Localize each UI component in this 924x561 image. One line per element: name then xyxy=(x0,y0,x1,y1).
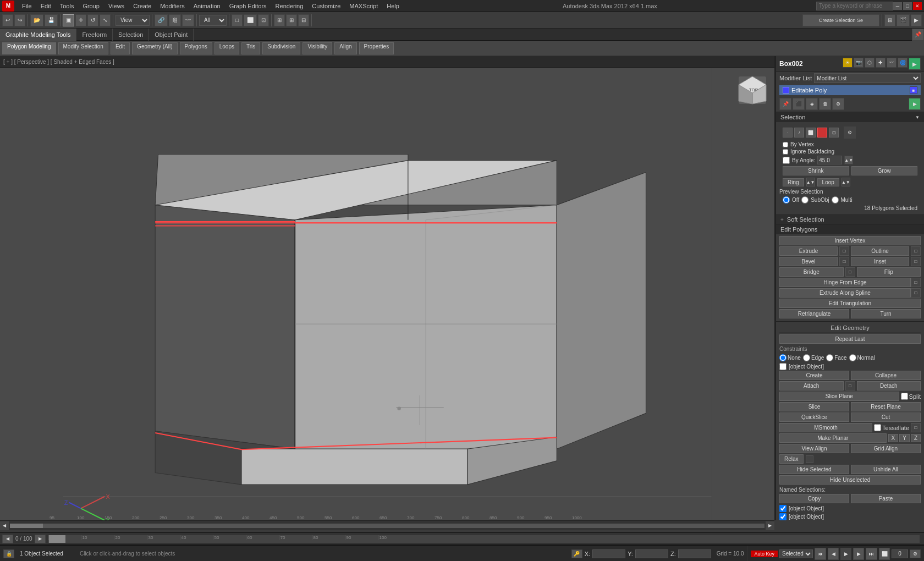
selection-header[interactable]: Selection ▼ xyxy=(776,112,924,122)
modifier-editable-poly[interactable]: Editable Poly ■ xyxy=(779,85,921,95)
inset-settings-btn[interactable]: □ xyxy=(911,257,921,266)
subtab-subdivision[interactable]: Subdivision xyxy=(262,42,300,54)
preview-off-radio[interactable] xyxy=(783,196,790,204)
hide-selected-btn[interactable]: Hide Selected xyxy=(779,465,849,474)
search-field[interactable] xyxy=(816,2,893,10)
open-btn[interactable]: 📂 xyxy=(30,14,43,26)
modifier-list-dropdown[interactable]: Modifier List xyxy=(814,73,921,83)
menu-create[interactable]: Create xyxy=(129,2,156,10)
expand-icon[interactable]: ▶ xyxy=(909,58,921,70)
subtab-polygon-modeling[interactable]: Polygon Modeling xyxy=(2,42,56,54)
ring-arrow-btn[interactable]: ▲▼ xyxy=(806,178,815,186)
reset-plane-btn[interactable]: Reset Plane xyxy=(851,402,921,411)
menu-group[interactable]: Group xyxy=(78,2,104,10)
tab-freeform[interactable]: Freeform xyxy=(76,29,113,41)
viewport-canvas[interactable]: X Y Z TOP xyxy=(0,68,774,520)
subtab-geometry-all[interactable]: Geometry (All) xyxy=(132,42,177,54)
menu-edit[interactable]: Edit xyxy=(36,2,56,10)
angle-value-input[interactable] xyxy=(817,156,842,164)
bridge-settings-btn[interactable]: □ xyxy=(845,267,855,277)
preview-multi-radio[interactable] xyxy=(832,196,839,204)
spline-icon[interactable]: 〰 xyxy=(887,58,897,68)
ring-btn[interactable]: Ring xyxy=(783,178,804,186)
menu-rendering[interactable]: Rendering xyxy=(271,2,308,10)
loop-arrow-btn[interactable]: ▲▼ xyxy=(842,178,850,186)
show-end-result-icon[interactable]: ⬛ xyxy=(793,98,805,110)
angle-spinner-icon[interactable]: ▲▼ xyxy=(844,156,853,164)
full-interactivity-checkbox[interactable] xyxy=(779,513,787,520)
helper-icon[interactable]: ✚ xyxy=(876,58,886,68)
go-to-end-btn[interactable]: ⏭ xyxy=(866,548,877,560)
menu-views[interactable]: Views xyxy=(104,2,129,10)
delete-isolated-checkbox[interactable] xyxy=(779,505,787,512)
frame-rate-btn[interactable]: ⚙ xyxy=(910,549,921,558)
constraint-edge-radio[interactable] xyxy=(803,354,810,361)
inset-btn[interactable]: Inset xyxy=(851,257,909,266)
selected-dropdown[interactable]: Selected xyxy=(779,549,813,558)
grow-btn[interactable]: Grow xyxy=(851,166,918,175)
play-btn[interactable]: ▶ xyxy=(840,548,851,560)
menu-help[interactable]: Help xyxy=(382,2,404,10)
collapse-btn[interactable]: Collapse xyxy=(851,371,921,380)
bridge-btn[interactable]: Bridge xyxy=(779,267,844,277)
shrink-btn[interactable]: Shrink xyxy=(783,166,849,175)
tessellate-settings-btn[interactable]: □ xyxy=(911,423,921,432)
vertex-mode-icon[interactable]: · xyxy=(783,128,793,138)
retriangulate-btn[interactable]: Retriangulate xyxy=(779,309,849,318)
edit-triangulation-btn[interactable]: Edit Triangulation xyxy=(779,299,921,308)
turn-btn[interactable]: Turn xyxy=(851,309,921,318)
hinge-from-edge-btn[interactable]: Hinge From Edge xyxy=(779,278,911,287)
go-to-start-btn[interactable]: ⏮ xyxy=(815,548,826,560)
menu-file[interactable]: File xyxy=(18,2,36,10)
close-btn[interactable]: ✕ xyxy=(913,2,922,10)
timeline-prev-btn[interactable]: ◀ xyxy=(2,535,13,543)
menu-graph-editors[interactable]: Graph Editors xyxy=(225,2,271,10)
relax-btn[interactable]: Relax xyxy=(779,454,804,464)
array-btn[interactable]: ⊞ xyxy=(286,14,297,26)
align-btn[interactable]: ⊟ xyxy=(298,14,309,26)
tab-object-paint[interactable]: Object Paint xyxy=(149,29,194,41)
render-setup-btn[interactable]: 🎬 xyxy=(897,14,910,26)
select-filter-dropdown[interactable]: AllNone xyxy=(199,15,227,26)
tab-selection[interactable]: Selection xyxy=(113,29,149,41)
soft-selection-header[interactable]: + Soft Selection xyxy=(776,215,924,224)
nav-cube[interactable]: TOP xyxy=(736,74,769,107)
select-btn[interactable]: ▣ xyxy=(63,14,74,26)
subtab-loops[interactable]: Loops xyxy=(215,42,239,54)
layer-btn[interactable]: ⊞ xyxy=(884,14,895,26)
object-lock-icon[interactable]: 🔒 xyxy=(3,549,14,558)
insert-vertex-btn[interactable]: Insert Vertex xyxy=(779,236,921,245)
quick-slice-btn[interactable]: QuickSlice xyxy=(779,413,849,422)
settings-icon1[interactable]: ⚙ xyxy=(844,127,856,139)
preview-subobj-radio[interactable] xyxy=(801,196,809,204)
preserve-uvs-checkbox[interactable] xyxy=(779,363,787,370)
select-region-btn[interactable]: ⬜ xyxy=(244,14,257,26)
extrude-along-spline-btn[interactable]: Extrude Along Spline xyxy=(779,288,911,298)
tab-graphite[interactable]: Graphite Modeling Tools xyxy=(0,29,76,41)
unlink-btn[interactable]: ⛓ xyxy=(169,14,181,26)
attach-settings-btn[interactable]: □ xyxy=(845,381,855,391)
bevel-settings-btn[interactable]: □ xyxy=(839,257,849,266)
flip-btn[interactable]: Flip xyxy=(857,267,921,277)
view-align-btn[interactable]: View Align xyxy=(779,444,849,453)
constraint-normal-radio[interactable] xyxy=(849,354,856,361)
border-mode-icon[interactable]: ⬜ xyxy=(806,128,816,138)
subtab-tris[interactable]: Tris xyxy=(241,42,260,54)
ref-coord-dropdown[interactable]: ViewScreenWorld xyxy=(116,15,150,26)
mirror-btn[interactable]: ⊞ xyxy=(274,14,285,26)
cut-btn[interactable]: Cut xyxy=(851,413,921,422)
x-coord-input[interactable] xyxy=(592,549,625,558)
scroll-track[interactable] xyxy=(10,524,765,528)
polygon-mode-icon[interactable] xyxy=(817,128,827,138)
edge-mode-icon[interactable]: / xyxy=(794,128,804,138)
key-icon[interactable]: 🔑 xyxy=(571,549,582,558)
space-warp-icon[interactable]: 🌀 xyxy=(898,58,908,68)
link-btn[interactable]: 🔗 xyxy=(155,14,168,26)
bind-space-warp-btn[interactable]: 〰 xyxy=(182,14,194,26)
restore-btn[interactable]: □ xyxy=(903,2,912,10)
save-btn[interactable]: 💾 xyxy=(45,14,58,26)
grid-align-btn[interactable]: Grid Align xyxy=(851,444,921,453)
ribbon-pin-btn[interactable]: 📌 xyxy=(912,29,924,41)
subtab-polygons[interactable]: Polygons xyxy=(180,42,212,54)
autokey-btn[interactable]: Auto Key xyxy=(751,551,778,557)
